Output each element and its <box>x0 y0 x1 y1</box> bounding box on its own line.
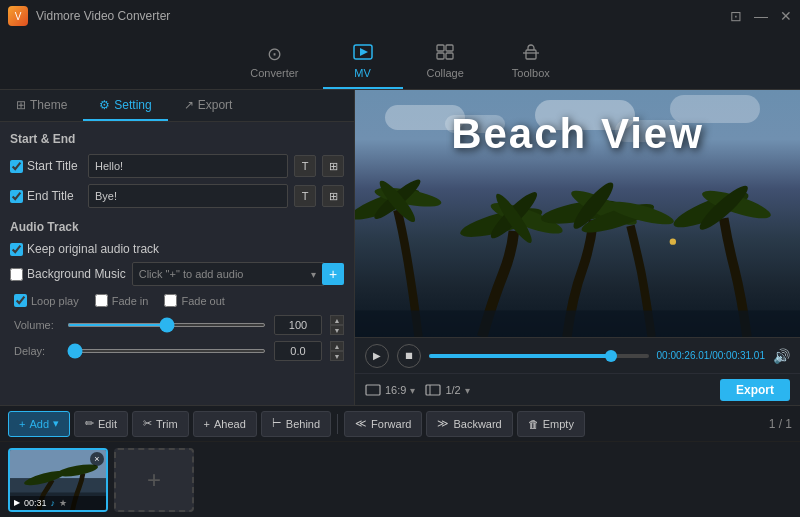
empty-button[interactable]: 🗑 Empty <box>517 411 585 437</box>
bottom-controls: 16:9 1/2 Export <box>355 373 800 405</box>
mv-label: MV <box>354 67 371 79</box>
main-content: ⊞ Theme ⚙ Setting ↗ Export Start & End <box>0 90 800 405</box>
add-audio-btn[interactable]: + <box>322 263 344 285</box>
start-end-section: Start & End Start Title T ⊞ End Title <box>10 132 344 208</box>
svg-rect-27 <box>426 385 440 395</box>
backward-icon: ≫ <box>437 417 449 430</box>
start-title-grid-btn[interactable]: ⊞ <box>322 155 344 177</box>
play-button[interactable]: ▶ <box>365 344 389 368</box>
mv-icon <box>353 44 373 65</box>
forward-label: Forward <box>371 418 411 430</box>
svg-rect-2 <box>437 45 444 51</box>
ahead-button[interactable]: + Ahead <box>193 411 257 437</box>
volume-icon[interactable]: 🔊 <box>773 348 790 364</box>
ahead-label: Ahead <box>214 418 246 430</box>
loop-play-checkbox[interactable] <box>14 294 27 307</box>
clip-music-icon: ♪ <box>51 498 56 508</box>
fade-out-label: Fade out <box>164 294 224 307</box>
volume-spinner[interactable]: ▲ ▼ <box>330 315 344 335</box>
volume-label: Volume: <box>14 319 59 331</box>
progress-fill <box>429 354 611 358</box>
control-bar: ▶ ⏹ 00:00:26.01/00:00:31.01 🔊 <box>355 337 800 373</box>
trash-icon: 🗑 <box>528 418 539 430</box>
sub-tab-theme[interactable]: ⊞ Theme <box>0 90 83 121</box>
app-title: Vidmore Video Converter <box>36 9 730 23</box>
audio-section: Audio Track Keep original audio track Ba… <box>10 220 344 361</box>
forward-icon: ≪ <box>355 417 367 430</box>
bg-music-select[interactable]: Click "+" to add audio <box>132 262 325 286</box>
svg-rect-24 <box>355 311 800 337</box>
bg-music-checkbox[interactable] <box>10 268 23 281</box>
start-title-checkbox[interactable] <box>10 160 23 173</box>
trim-button[interactable]: ✂ Trim <box>132 411 189 437</box>
forward-button[interactable]: ≪ Forward <box>344 411 422 437</box>
page-selector[interactable]: 1/2 <box>425 384 469 396</box>
end-title-row: End Title T ⊞ <box>10 184 344 208</box>
export-button[interactable]: Export <box>720 379 790 401</box>
bg-music-label: Background Music <box>10 267 126 281</box>
converter-icon: ⊙ <box>267 43 282 65</box>
edit-icon: ✏ <box>85 417 94 430</box>
progress-bar[interactable] <box>429 354 649 358</box>
bg-music-row: Background Music Click "+" to add audio … <box>10 262 344 286</box>
volume-value: 100 <box>274 315 322 335</box>
audio-options-row: Loop play Fade in Fade out <box>10 294 344 307</box>
volume-up-btn[interactable]: ▲ <box>330 315 344 325</box>
aspect-ratio-selector[interactable]: 16:9 <box>365 384 415 396</box>
end-title-font-btn[interactable]: T <box>294 185 316 207</box>
add-button[interactable]: + Add ▾ <box>8 411 70 437</box>
tab-converter[interactable]: ⊙ Converter <box>226 37 322 89</box>
delay-up-btn[interactable]: ▲ <box>330 341 344 351</box>
start-title-row: Start Title T ⊞ <box>10 154 344 178</box>
end-title-input[interactable] <box>88 184 288 208</box>
export-tab-icon: ↗ <box>184 98 194 112</box>
chevron-down-icon: ▾ <box>311 269 316 280</box>
add-clip-button[interactable]: + <box>114 448 194 512</box>
toolbox-icon <box>522 44 540 65</box>
start-end-title: Start & End <box>10 132 344 146</box>
top-nav: ⊙ Converter MV Collage Toolbox <box>0 32 800 90</box>
volume-slider[interactable] <box>67 323 266 327</box>
sub-tab-export[interactable]: ↗ Export <box>168 90 249 121</box>
minimize-btn[interactable]: ⊡ <box>730 8 742 24</box>
film-clip-1[interactable]: × ▶ 00:31 ♪ ★ <box>8 448 108 512</box>
end-title-grid-btn[interactable]: ⊞ <box>322 185 344 207</box>
add-icon: + <box>19 418 25 430</box>
fade-in-checkbox[interactable] <box>95 294 108 307</box>
delay-down-btn[interactable]: ▼ <box>330 351 344 361</box>
delay-slider[interactable] <box>67 349 266 353</box>
close-btn[interactable]: ✕ <box>780 8 792 24</box>
tab-toolbox[interactable]: Toolbox <box>488 38 574 89</box>
clip-close-btn[interactable]: × <box>90 452 104 466</box>
maximize-btn[interactable]: — <box>754 8 768 24</box>
end-title-checkbox[interactable] <box>10 190 23 203</box>
behind-button[interactable]: ⊢ Behind <box>261 411 331 437</box>
add-label: Add <box>29 418 49 430</box>
page-icon <box>425 384 441 396</box>
edit-button[interactable]: ✏ Edit <box>74 411 128 437</box>
page-value: 1/2 <box>445 384 460 396</box>
sub-tab-setting[interactable]: ⚙ Setting <box>83 90 167 121</box>
toolbar-separator <box>337 414 338 434</box>
converter-label: Converter <box>250 67 298 79</box>
app-logo: V <box>8 6 28 26</box>
toolbox-label: Toolbox <box>512 67 550 79</box>
backward-button[interactable]: ≫ Backward <box>426 411 512 437</box>
svg-point-25 <box>670 238 676 244</box>
keep-original-label: Keep original audio track <box>27 242 159 256</box>
delay-spinner[interactable]: ▲ ▼ <box>330 341 344 361</box>
add-dropdown-icon: ▾ <box>53 417 59 430</box>
volume-down-btn[interactable]: ▼ <box>330 325 344 335</box>
clip-play-icon: ▶ <box>14 498 20 507</box>
keep-original-checkbox[interactable] <box>10 243 23 256</box>
start-title-font-btn[interactable]: T <box>294 155 316 177</box>
backward-label: Backward <box>453 418 501 430</box>
tab-mv[interactable]: MV <box>323 38 403 89</box>
setting-tab-label: Setting <box>114 98 151 112</box>
stop-button[interactable]: ⏹ <box>397 344 421 368</box>
start-title-input[interactable] <box>88 154 288 178</box>
tab-collage[interactable]: Collage <box>403 38 488 89</box>
svg-rect-6 <box>526 50 536 59</box>
svg-marker-1 <box>360 48 368 56</box>
fade-out-checkbox[interactable] <box>164 294 177 307</box>
